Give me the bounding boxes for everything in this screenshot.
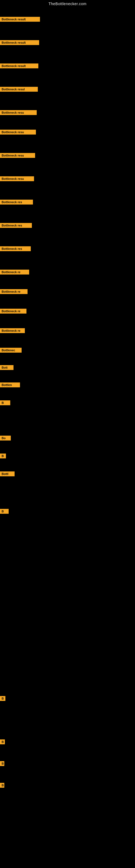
- bottleneck-result-bar: B: [0, 400, 10, 405]
- bottleneck-result-bar: Bottleneck resu: [0, 176, 34, 181]
- bottleneck-result-bar: Bottleneck res: [0, 199, 33, 205]
- bottleneck-result-bar: Bottleneck resul: [0, 87, 38, 92]
- site-title: TheBottlenecker.com: [0, 0, 135, 7]
- bottleneck-result-bar: Bottleneck re: [0, 328, 25, 333]
- bottleneck-result-bar: B: [0, 696, 5, 701]
- bottleneck-result-bar: Bottleneck result: [0, 63, 38, 68]
- bottleneck-result-bar: Bottl: [0, 471, 14, 476]
- bottleneck-result-bar: Bott: [0, 365, 13, 370]
- bottleneck-result-bar: Bottleneck re: [0, 289, 28, 294]
- bottleneck-result-bar: Bottleneck resu: [0, 110, 37, 115]
- bottleneck-result-bar: B: [0, 454, 6, 458]
- bottleneck-result-bar: Bottleneck result: [0, 17, 40, 22]
- bottleneck-result-bar: B: [0, 783, 4, 788]
- bottleneck-result-bar: B: [0, 761, 4, 766]
- bottleneck-result-bar: Bottleneck res: [0, 246, 31, 251]
- bottleneck-result-bar: Bottleneck resu: [0, 153, 35, 158]
- bottleneck-result-bar: Bottleneck resu: [0, 130, 36, 134]
- bottleneck-result-bar: Bottleneck re: [0, 270, 29, 275]
- bottleneck-result-bar: Bottleneck re: [0, 309, 27, 314]
- bottleneck-result-bar: B: [0, 509, 9, 514]
- bottleneck-result-bar: Bo: [0, 436, 11, 440]
- bottleneck-result-bar: B: [0, 739, 5, 744]
- bottleneck-result-bar: Bottleneck res: [0, 223, 32, 228]
- bottleneck-result-bar: Bottlen: [0, 382, 20, 388]
- bottleneck-result-bar: Bottlenec: [0, 348, 21, 352]
- bottleneck-result-bar: Bottleneck result: [0, 40, 39, 45]
